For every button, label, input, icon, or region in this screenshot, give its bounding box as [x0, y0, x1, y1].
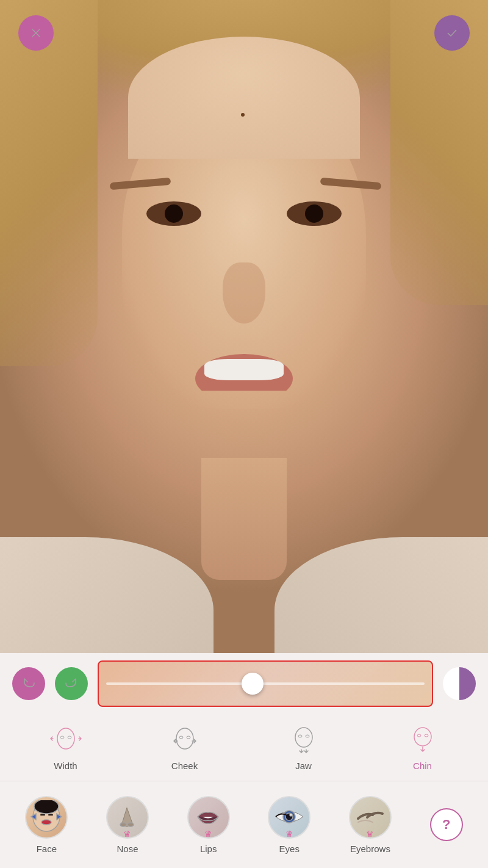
adjustment-slider-container[interactable] [98, 660, 433, 707]
mouth [195, 354, 293, 391]
svg-point-5 [176, 728, 193, 749]
neck [201, 458, 287, 580]
svg-point-18 [41, 820, 51, 825]
nose [223, 262, 265, 324]
slider-row [0, 653, 488, 714]
svg-point-10 [306, 735, 309, 737]
nav-eyebrows-label: Eyebrows [350, 844, 390, 854]
eye-left [146, 201, 201, 226]
tab-chin-label: Chin [413, 761, 432, 771]
svg-point-7 [187, 736, 190, 739]
photo-area [0, 0, 488, 653]
eyes-crown: ♛ [285, 829, 293, 839]
svg-point-13 [425, 734, 428, 737]
nose-crown: ♛ [123, 829, 131, 839]
confirm-button[interactable] [434, 15, 470, 51]
nav-eyebrows[interactable]: ♛ Eyebrows [349, 796, 392, 854]
help-button[interactable]: ? [430, 808, 463, 841]
slider-thumb[interactable] [242, 673, 264, 695]
nav-eyes-label: Eyes [279, 844, 300, 854]
eyebrows-crown: ♛ [366, 829, 374, 839]
svg-point-23 [290, 814, 292, 816]
bottom-nav: Face ♛ Nose [0, 781, 488, 868]
svg-point-20 [127, 823, 134, 826]
cheek-icon [169, 724, 201, 756]
eye-right [287, 201, 342, 226]
mole [241, 113, 245, 117]
tab-jaw-label: Jaw [295, 761, 312, 771]
svg-point-19 [120, 823, 126, 826]
nav-nose-label: Nose [117, 844, 138, 854]
face-nav-icon [25, 796, 68, 839]
contrast-button[interactable] [443, 667, 476, 700]
cancel-button[interactable] [18, 15, 54, 51]
eyes-nav-icon: ♛ [268, 796, 310, 839]
tab-width-label: Width [54, 761, 77, 771]
chin-icon [407, 724, 439, 756]
eyes-area [128, 201, 360, 226]
lips [195, 354, 293, 391]
tab-jaw[interactable]: Jaw [281, 719, 327, 776]
jaw-icon [288, 724, 320, 756]
svg-point-6 [179, 736, 183, 739]
nav-eyes[interactable]: ♛ Eyes [268, 796, 310, 854]
slider-track [106, 682, 425, 685]
undo-button[interactable] [12, 667, 45, 700]
nose-nav-icon: ♛ [106, 796, 149, 839]
feature-tabs: Width Cheek [0, 714, 488, 781]
nav-lips-label: Lips [200, 844, 217, 854]
forehead [128, 37, 360, 159]
tab-chin[interactable]: Chin [400, 719, 446, 776]
svg-point-11 [414, 728, 431, 746]
tab-width[interactable]: Width [43, 719, 89, 776]
nav-face[interactable]: Face [25, 796, 68, 854]
top-controls [0, 15, 488, 51]
teeth [204, 359, 284, 380]
tab-cheek[interactable]: Cheek [162, 719, 208, 776]
face-background [0, 0, 488, 653]
shoulder-left [0, 537, 214, 653]
svg-point-8 [295, 728, 312, 747]
svg-point-3 [60, 736, 64, 739]
help-label: ? [442, 817, 450, 833]
eyebrows-nav-icon: ♛ [349, 796, 392, 839]
bottom-panel: Width Cheek [0, 653, 488, 868]
nav-face-label: Face [37, 844, 57, 854]
nav-lips[interactable]: ♛ Lips [187, 796, 230, 854]
svg-point-4 [68, 736, 71, 739]
tab-cheek-label: Cheek [171, 761, 198, 771]
hair-left [0, 0, 98, 366]
nav-nose[interactable]: ♛ Nose [106, 796, 149, 854]
svg-point-2 [57, 728, 74, 749]
width-icon [50, 724, 82, 756]
svg-point-12 [417, 734, 421, 737]
svg-point-9 [298, 735, 302, 737]
shoulder-right [274, 537, 488, 653]
svg-point-15 [34, 800, 59, 814]
lips-nav-icon: ♛ [187, 796, 230, 839]
lips-crown: ♛ [204, 829, 212, 839]
redo-button[interactable] [55, 667, 88, 700]
